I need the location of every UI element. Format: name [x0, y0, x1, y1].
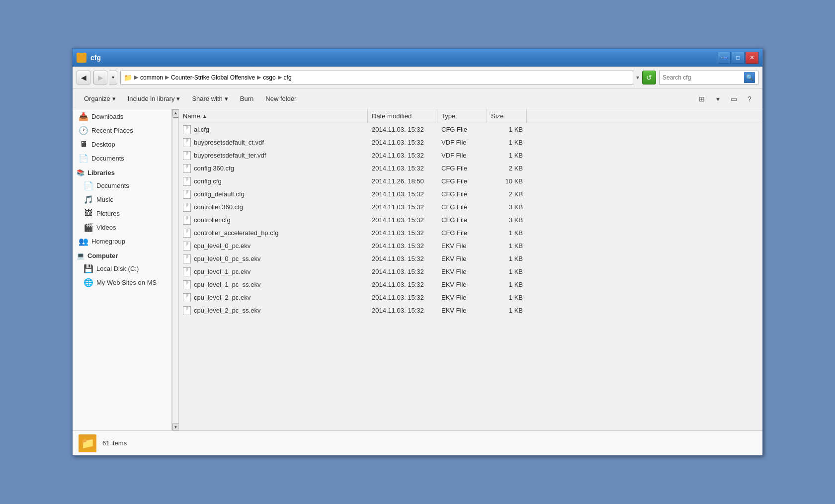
- sidebar-item-lib-pictures[interactable]: 🖼 Pictures: [78, 206, 171, 220]
- file-name-cell: ai.cfg: [179, 125, 368, 134]
- file-list-header: Name ▲ Date modified Type Size: [179, 109, 762, 123]
- organize-button[interactable]: Organize ▾: [79, 91, 121, 107]
- path-common[interactable]: common: [140, 74, 163, 81]
- file-icon: [183, 177, 191, 186]
- sidebar-computer-children: 💾 Local Disk (C:) 🌐 My Web Sites on MS: [73, 261, 171, 289]
- search-button[interactable]: 🔍: [744, 72, 755, 83]
- sidebar-item-local-disk[interactable]: 💾 Local Disk (C:): [78, 261, 171, 275]
- include-arrow: ▾: [176, 95, 180, 102]
- path-cfg[interactable]: cfg: [284, 74, 292, 81]
- back-button[interactable]: ◀: [77, 71, 90, 84]
- table-row[interactable]: ai.cfg 2014.11.03. 15:32 CFG File 1 KB: [179, 123, 762, 136]
- sidebar-item-label-web-sites: My Web Sites on MS: [96, 279, 157, 286]
- col-header-name[interactable]: Name ▲: [179, 109, 368, 123]
- table-row[interactable]: controller.360.cfg 2014.11.03. 15:32 CFG…: [179, 201, 762, 214]
- file-icon: [183, 242, 191, 251]
- close-button[interactable]: ✕: [746, 52, 758, 64]
- table-row[interactable]: cpu_level_1_pc_ss.ekv 2014.11.03. 15:32 …: [179, 278, 762, 291]
- table-row[interactable]: controller.cfg 2014.11.03. 15:32 CFG Fil…: [179, 214, 762, 227]
- table-row[interactable]: buypresetsdefault_ct.vdf 2014.11.03. 15:…: [179, 136, 762, 149]
- main-content: 📥 Downloads 🕐 Recent Places 🖥 Desktop 📄 …: [73, 109, 762, 430]
- file-icon: [183, 138, 191, 147]
- table-row[interactable]: cpu_level_1_pc.ekv 2014.11.03. 15:32 EKV…: [179, 265, 762, 278]
- sidebar-item-lib-documents[interactable]: 📄 Documents: [78, 178, 171, 192]
- burn-button[interactable]: Burn: [235, 91, 259, 107]
- sidebar-container: 📥 Downloads 🕐 Recent Places 🖥 Desktop 📄 …: [73, 109, 179, 430]
- col-header-date[interactable]: Date modified: [368, 109, 437, 123]
- minimize-button[interactable]: —: [718, 52, 731, 64]
- refresh-button[interactable]: ↺: [642, 71, 656, 84]
- file-name: buypresetsdefault_ct.vdf: [194, 139, 264, 146]
- file-size-cell: 1 KB: [487, 229, 527, 237]
- table-row[interactable]: config_default.cfg 2014.11.03. 15:32 CFG…: [179, 188, 762, 201]
- file-type-cell: VDF File: [437, 139, 487, 146]
- address-path[interactable]: 📁 ▶ common ▶ Counter-Strike Global Offen…: [120, 71, 633, 84]
- sidebar-item-web-sites[interactable]: 🌐 My Web Sites on MS: [78, 275, 171, 289]
- search-input[interactable]: [663, 74, 742, 81]
- sidebar-item-recent-places[interactable]: 🕐 Recent Places: [73, 123, 171, 137]
- file-name: config.cfg: [194, 177, 222, 185]
- view-details-button[interactable]: ⊞: [695, 92, 709, 106]
- sidebar-item-lib-music[interactable]: 🎵 Music: [78, 192, 171, 206]
- sidebar-computer-label: Computer: [87, 252, 118, 259]
- table-row[interactable]: config.360.cfg 2014.11.03. 15:32 CFG Fil…: [179, 162, 762, 175]
- file-name-cell: cpu_level_0_pc_ss.ekv: [179, 254, 368, 263]
- file-date-cell: 2014.11.03. 15:32: [368, 126, 437, 133]
- new-folder-button[interactable]: New folder: [260, 91, 302, 107]
- file-size-cell: 1 KB: [487, 294, 527, 301]
- path-dropdown-arrow[interactable]: ▾: [636, 74, 639, 81]
- scroll-track[interactable]: [172, 116, 179, 423]
- maximize-button[interactable]: □: [732, 52, 745, 64]
- scroll-down-arrow[interactable]: ▼: [172, 423, 179, 430]
- view-dropdown-button[interactable]: ▾: [711, 92, 725, 106]
- sidebar-item-downloads[interactable]: 📥 Downloads: [73, 109, 171, 123]
- scroll-up-arrow[interactable]: ▲: [172, 109, 179, 116]
- sidebar-item-label-downloads: Downloads: [91, 113, 123, 120]
- scroll-thumb[interactable]: [173, 117, 179, 118]
- sidebar-item-documents[interactable]: 📄 Documents: [73, 151, 171, 165]
- file-list-container: Name ▲ Date modified Type Size ai.cf: [179, 109, 762, 430]
- nav-dropdown[interactable]: ▾: [109, 71, 117, 84]
- file-name: cpu_level_2_pc.ekv: [194, 294, 250, 301]
- col-header-size[interactable]: Size: [487, 109, 527, 123]
- table-row[interactable]: cpu_level_2_pc_ss.ekv 2014.11.03. 15:32 …: [179, 304, 762, 317]
- col-header-type[interactable]: Type: [437, 109, 487, 123]
- file-date-cell: 2014.11.03. 15:32: [368, 242, 437, 250]
- include-library-button[interactable]: Include in library ▾: [122, 91, 186, 107]
- file-type-cell: EKV File: [437, 268, 487, 275]
- window-title: cfg: [90, 54, 101, 62]
- title-bar-buttons: — □ ✕: [718, 52, 758, 64]
- sidebar-item-desktop[interactable]: 🖥 Desktop: [73, 137, 171, 151]
- path-csgo[interactable]: csgo: [263, 74, 275, 81]
- table-row[interactable]: cpu_level_2_pc.ekv 2014.11.03. 15:32 EKV…: [179, 291, 762, 304]
- table-row[interactable]: config.cfg 2014.11.26. 18:50 CFG File 10…: [179, 175, 762, 188]
- file-size-cell: 1 KB: [487, 126, 527, 133]
- col-type-label: Type: [441, 112, 455, 120]
- file-name: cpu_level_1_pc_ss.ekv: [194, 281, 260, 288]
- file-name-cell: config_default.cfg: [179, 190, 368, 199]
- path-csgo-full[interactable]: Counter-Strike Global Offensive: [171, 74, 255, 81]
- sidebar-item-homegroup[interactable]: 👥 Homegroup: [73, 234, 171, 248]
- forward-button[interactable]: ▶: [93, 71, 107, 84]
- file-list: ai.cfg 2014.11.03. 15:32 CFG File 1 KB b…: [179, 123, 762, 430]
- address-bar: ◀ ▶ ▾ 📁 ▶ common ▶ Counter-Strike Global…: [73, 67, 762, 88]
- sidebar-section-computer[interactable]: 💻 Computer: [73, 248, 171, 261]
- help-button[interactable]: ?: [743, 92, 756, 106]
- share-with-button[interactable]: Share with ▾: [186, 91, 233, 107]
- col-name-label: Name: [183, 112, 200, 120]
- table-row[interactable]: cpu_level_0_pc.ekv 2014.11.03. 15:32 EKV…: [179, 240, 762, 252]
- preview-button[interactable]: ▭: [727, 92, 741, 106]
- table-row[interactable]: controller_accelerated_hp.cfg 2014.11.03…: [179, 227, 762, 240]
- sidebar-item-lib-videos[interactable]: 🎬 Videos: [78, 220, 171, 234]
- table-row[interactable]: cpu_level_0_pc_ss.ekv 2014.11.03. 15:32 …: [179, 252, 762, 265]
- file-date-cell: 2014.11.03. 15:32: [368, 165, 437, 172]
- toolbar-right: ⊞ ▾ ▭ ?: [695, 92, 756, 106]
- sidebar-section-libraries[interactable]: 📚 Libraries: [73, 165, 171, 178]
- file-type-cell: EKV File: [437, 281, 487, 288]
- organize-label: Organize: [84, 95, 110, 102]
- sidebar-scrollbar[interactable]: ▲ ▼: [172, 109, 178, 430]
- file-name-cell: controller.cfg: [179, 216, 368, 225]
- title-bar-left: cfg: [77, 53, 101, 63]
- file-type-cell: VDF File: [437, 152, 487, 159]
- table-row[interactable]: buypresetsdefault_ter.vdf 2014.11.03. 15…: [179, 149, 762, 162]
